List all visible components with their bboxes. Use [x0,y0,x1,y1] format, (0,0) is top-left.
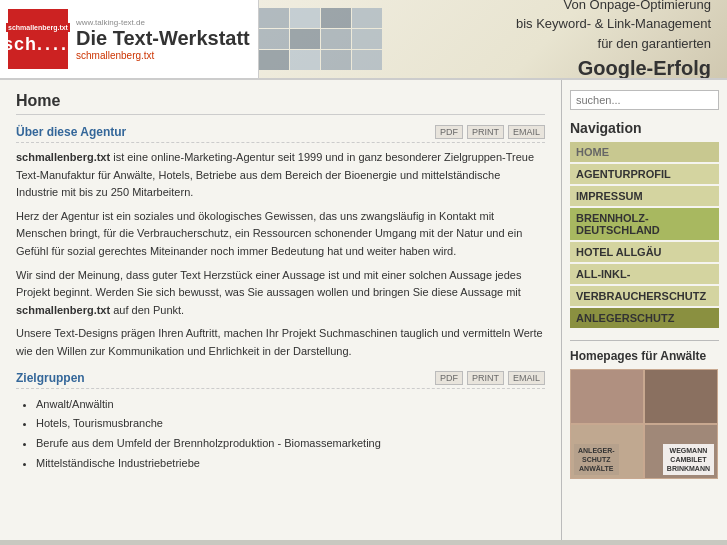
about-print-link[interactable]: PRINT [467,125,504,139]
sidebar-item-brennholz[interactable]: BRENNHOLZ-DEUTSCHLAND [570,208,719,240]
sidebar-image: WEGMANNCAMBILETBRINKMANN ANLEGER-SCHUTZA… [570,369,718,479]
about-email-link[interactable]: EMAIL [508,125,545,139]
list-item: Hotels, Tourismusbranche [36,414,545,434]
sidebar-item-agenturprofil[interactable]: AGENTURPROFIL [570,164,719,184]
logo-site-small: schmallenberg.txt [6,23,70,32]
sidebar-item-all-inkl[interactable]: ALL-INKL- [570,264,719,284]
about-section-actions: PDF PRINT EMAIL [435,125,545,139]
content-area: Home Über diese Agentur PDF PRINT EMAIL … [0,80,562,540]
about-section-title: Über diese Agentur [16,125,126,139]
header-title: Die Text-Werkstatt [76,27,250,50]
banner-line2: bis Keyword- & Link-Management [516,14,711,34]
sidebar-item-home[interactable]: HOME [570,142,719,162]
zielgruppen-email-link[interactable]: EMAIL [508,371,545,385]
sidebar-item-verbraucherschutz[interactable]: VERBRAUCHERSCHUTZ [570,286,719,306]
header-subtitle: schmallenberg.txt [76,50,250,61]
banner-highlight: Google-Erfolg [516,53,711,78]
zielgruppen-section: Zielgruppen PDF PRINT EMAIL Anwalt/Anwäl… [16,371,545,474]
sidebar-item-impressum[interactable]: IMPRESSUM [570,186,719,206]
about-pdf-link[interactable]: PDF [435,125,463,139]
about-section: Über diese Agentur PDF PRINT EMAIL schma… [16,125,545,361]
logo-area: schmallenberg.txt usch...... www.talking… [0,0,259,78]
sidebar-image-overlay: WEGMANNCAMBILETBRINKMANN [663,444,714,475]
sidebar-img-cell [570,369,644,424]
sidebar: Navigation HOME AGENTURPROFIL IMPRESSUM … [562,80,727,540]
list-item: Mittelständische Industriebetriebe [36,454,545,474]
zielgruppen-section-actions: PDF PRINT EMAIL [435,371,545,385]
page-title: Home [16,92,545,115]
zielgruppen-pdf-link[interactable]: PDF [435,371,463,385]
banner-mosaic-grid [259,8,382,70]
list-item: Anwalt/Anwältin [36,395,545,415]
sidebar-item-anlegerschutz[interactable]: ANLEGERSCHUTZ [570,308,719,328]
list-item: Berufe aus dem Umfeld der Brennholzprodu… [36,434,545,454]
site-url-label: www.talking-text.de [76,18,250,27]
zielgruppen-print-link[interactable]: PRINT [467,371,504,385]
nav-title: Navigation [570,120,719,136]
banner-line1: Von Onpage-Optimierung [516,0,711,14]
about-section-header: Über diese Agentur PDF PRINT EMAIL [16,125,545,143]
sidebar-image-bottom-badge: ANLEGER-SCHUTZANWÄLTE [574,444,619,475]
banner-text: Von Onpage-Optimierung bis Keyword- & Li… [516,0,711,78]
header-banner: Von Onpage-Optimierung bis Keyword- & Li… [259,0,727,78]
sidebar-item-hotel-allgaeu[interactable]: HOTEL ALLGÄU [570,242,719,262]
banner-image [259,0,419,78]
page-header: schmallenberg.txt usch...... www.talking… [0,0,727,80]
sidebar-img-cell [644,369,718,424]
search-input[interactable] [570,90,719,110]
homepages-title: Homepages für Anwälte [570,340,719,363]
about-content: schmallenberg.txt ist eine online-Market… [16,149,545,361]
logo-box: schmallenberg.txt usch...... [8,9,68,69]
zielgruppen-list: Anwalt/Anwältin Hotels, Tourismusbranche… [36,395,545,474]
site-title-block: www.talking-text.de Die Text-Werkstatt s… [68,18,250,61]
zielgruppen-section-header: Zielgruppen PDF PRINT EMAIL [16,371,545,389]
main-wrapper: Home Über diese Agentur PDF PRINT EMAIL … [0,80,727,540]
zielgruppen-section-title: Zielgruppen [16,371,85,385]
banner-line3: für den garantierten [516,34,711,54]
